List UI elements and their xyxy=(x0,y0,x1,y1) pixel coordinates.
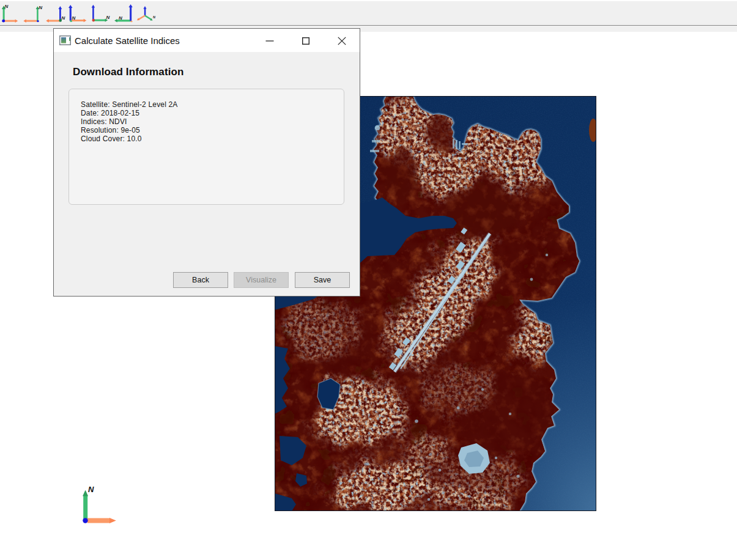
svg-text:N: N xyxy=(72,15,76,21)
svg-text:N: N xyxy=(88,485,94,494)
svg-text:N: N xyxy=(5,4,9,9)
svg-text:N: N xyxy=(39,5,42,10)
svg-text:N: N xyxy=(106,15,109,20)
svg-text:N: N xyxy=(62,15,65,21)
svg-text:N: N xyxy=(119,15,122,21)
svg-text:N: N xyxy=(153,15,156,19)
